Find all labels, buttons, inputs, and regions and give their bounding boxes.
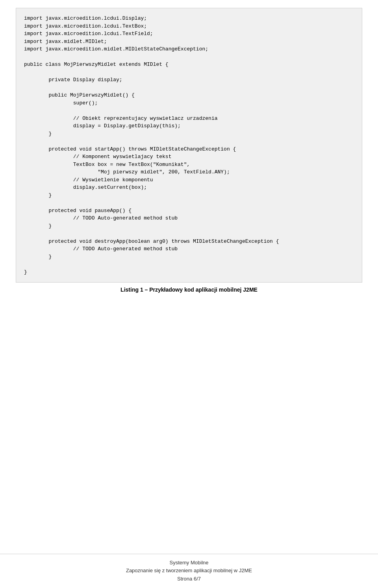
page-content: import javax.microedition.lcdui.Display;… <box>0 0 378 348</box>
footer-line1: Systemy Mobilne <box>8 559 370 567</box>
footer-line3: Strona 6/7 <box>8 575 370 583</box>
footer-line2: Zapoznanie się z tworzeniem aplikacji mo… <box>8 567 370 575</box>
code-caption: Listing 1 – Przykładowy kod aplikacji mo… <box>16 287 362 293</box>
page-footer: Systemy Mobilne Zapoznanie się z tworzen… <box>0 554 378 588</box>
code-block: import javax.microedition.lcdui.Display;… <box>16 8 362 283</box>
